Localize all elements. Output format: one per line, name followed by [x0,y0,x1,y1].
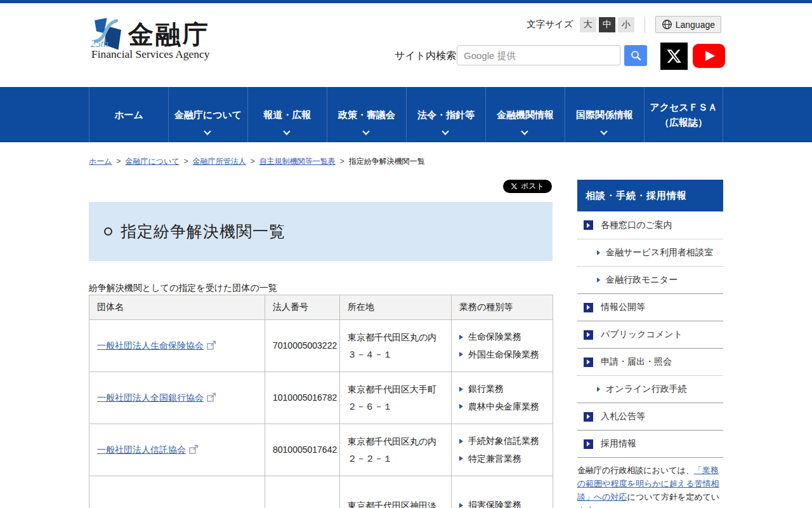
search-button[interactable] [624,45,647,66]
table-header-cell: 所在地 [340,295,452,320]
address-cell: 東京都千代田区大手町２－６－１ [340,372,452,424]
youtube-glyph [693,44,725,68]
youtube-icon[interactable] [693,44,725,68]
business-type-cell: 銀行業務農林中央金庫業務 [452,372,553,424]
business-type-item: 特定兼営業務 [459,453,545,465]
sidebar-item-label: 入札公告等 [601,411,645,422]
business-type-item: 損害保険業務 [459,499,545,508]
text-size-label: 文字サイズ [527,18,573,30]
table-header-row: 団体名法人番号所在地業務の種別等 [89,295,553,320]
breadcrumb: ホーム>金融庁について>金融庁所管法人>自主規制機関等一覧表>指定紛争解決機関一… [89,156,425,167]
divider [645,17,645,33]
sidebar-item-label: オンライン行政手続 [606,384,687,395]
external-link-icon [207,391,216,400]
triangle-bullet-icon [459,387,463,392]
circle-marker-icon [104,227,112,236]
sidebar-item[interactable]: 申請・届出・照会 [577,348,723,375]
chevron-down-icon [362,128,369,135]
table-row: 東京都千代田区神田淡路 損害保険業務外国損害保険業務 [89,476,553,508]
nav-item[interactable]: 国際関係情報 [565,87,644,142]
organizations-table: 団体名法人番号所在地業務の種別等 一般社団法人生命保険協会 7010005003… [89,295,553,508]
nav-item[interactable]: ホーム [89,87,168,142]
nav-items: ホーム 金融庁について 報道・広報 政策・審議会 法令・指針等 金融機関情報 国… [89,87,723,142]
breadcrumb-link[interactable]: 金融庁について [126,157,180,166]
breadcrumb-separator: > [340,157,344,166]
breadcrumb-link[interactable]: 自主規制機関等一覧表 [259,157,336,166]
square-arrow-icon [584,439,593,449]
page-title-box: 指定紛争解決機関一覧 [89,202,553,261]
business-type-item: 手続対象信託業務 [459,435,545,448]
sidebar-item-label: 採用情報 [601,438,636,450]
nav-item-label: 法令・指針等 [417,107,475,122]
sidebar-item[interactable]: 各種窓口のご案内 [577,211,723,239]
square-arrow-icon [584,412,593,422]
utility-bar: 文字サイズ 大中小 Language [527,16,721,33]
sidebar-item-label: 情報公開等 [601,302,645,313]
breadcrumb-link[interactable]: 金融庁所管法人 [193,157,246,166]
search-icon [630,50,642,62]
org-name-cell: 一般社団法人生命保険協会 [89,320,265,372]
x-post-button[interactable]: ポスト [503,180,552,193]
sidebar-item-label: 申請・届出・照会 [601,356,672,368]
x-logo-glyph [511,183,518,190]
sidebar-item[interactable]: 金融行政モニター [577,266,723,293]
corporate-number-cell [265,476,340,508]
nav-item-label: 金融機関情報 [497,107,554,122]
nav-item-label: 政策・審議会 [338,107,395,122]
sidebar-item[interactable]: オンライン行政手続 [577,375,723,403]
org-link[interactable]: 一般社団法人生命保険協会 [97,340,204,351]
table-head: 団体名法人番号所在地業務の種別等 [89,295,553,320]
sidebar-item[interactable]: 金融サービス利用者相談室 [577,239,723,266]
nav-item[interactable]: 金融庁について [168,87,247,142]
sidebar-item[interactable]: パブリックコメント [577,321,723,348]
nav-item-label: 国際関係情報 [576,107,633,122]
x-logo-glyph [666,48,682,64]
triangle-bullet-icon [597,387,600,392]
corporate-number-cell: 7010005003222 [265,320,340,372]
nav-item-label: 報道・広報 [264,107,311,122]
nav-item-label: ホーム [114,107,143,122]
breadcrumb-current: 指定紛争解決機関一覧 [349,157,425,166]
sidebar-item[interactable]: 採用情報 [577,430,723,457]
nav-item[interactable]: 政策・審議会 [327,87,406,142]
sidebar-note: 金融庁の行政相談においては、「業務の範囲や程度を明らかに超える苦情相談」への対応… [577,464,723,508]
chevron-down-icon [283,128,290,135]
sidebar-item-label: 金融サービス利用者相談室 [606,247,713,258]
table-body: 一般社団法人生命保険協会 7010005003222 東京都千代田区丸の内３－４… [89,320,553,508]
address-cell: 東京都千代田区丸の内３－４－１ [340,320,452,372]
triangle-bullet-icon [459,335,463,340]
address-cell: 東京都千代田区丸の内２－２－１ [340,424,452,476]
text-size-button[interactable]: 小 [618,17,634,32]
org-link[interactable]: 一般社団法人信託協会 [97,444,186,455]
text-size-button[interactable]: 大 [580,17,596,32]
breadcrumb-link[interactable]: ホーム [89,157,112,166]
language-button[interactable]: Language [655,16,721,33]
sidebar-items: 各種窓口のご案内 金融サービス利用者相談室 金融行政モニター 情報公開等 パブリ… [577,211,723,458]
nav-item-label: 金融庁について [174,107,242,122]
nav-item[interactable]: 報道・広報 [247,87,327,142]
x-social-icon[interactable] [660,43,688,70]
sidebar-item-label: 金融行政モニター [606,274,678,286]
sidebar-item[interactable]: 入札公告等 [577,403,723,430]
nav-item[interactable]: アクセスＦＳＡ（広報誌） [644,87,723,142]
external-link-icon [189,443,199,452]
org-link[interactable]: 一般社団法人全国銀行協会 [97,392,204,403]
text-size-button[interactable]: 中 [599,17,615,32]
business-type-item: 銀行業務 [459,383,545,396]
table-row: 一般社団法人信託協会 8010005017642 東京都千代田区丸の内２－２－１… [89,424,553,476]
search-input[interactable] [457,45,620,65]
square-arrow-icon [584,220,593,230]
page-title: 指定紛争解決機関一覧 [89,221,285,242]
square-arrow-icon [584,358,593,367]
org-name-cell: 一般社団法人全国銀行協会 [89,372,265,424]
main-nav: ホーム 金融庁について 報道・広報 政策・審議会 法令・指針等 金融機関情報 国… [0,87,812,142]
table-header-cell: 法人番号 [265,295,340,320]
text-size-buttons: 大中小 [580,17,634,32]
nav-item[interactable]: 金融機関情報 [485,87,565,142]
sidebar-item[interactable]: 情報公開等 [577,293,723,321]
nav-item[interactable]: 法令・指針等 [406,87,485,142]
triangle-bullet-icon [459,404,463,409]
page: 25th 金融庁 Financial Services Agency 文字サイズ… [0,0,812,508]
triangle-bullet-icon [597,277,600,283]
logo-title: 金融庁 [128,17,210,52]
